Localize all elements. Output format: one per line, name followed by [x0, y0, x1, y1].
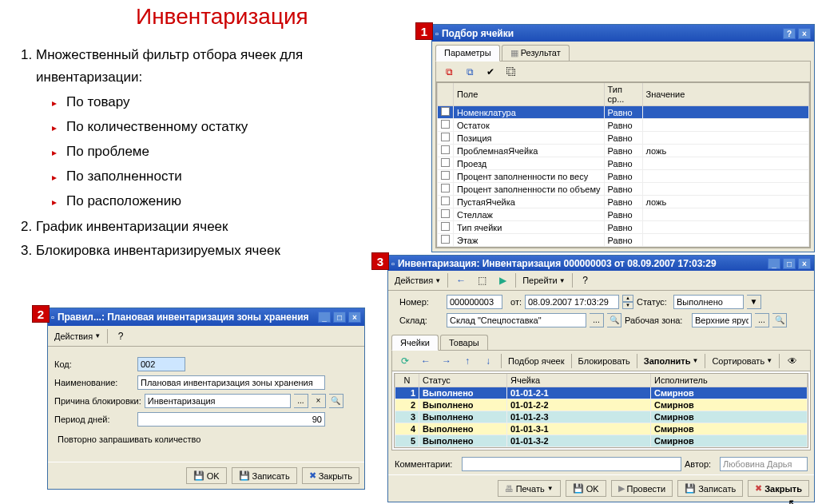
grid-row[interactable]: 4Выполнено01-01-3-1Смирнов: [395, 423, 808, 435]
sklad-search-btn[interactable]: 🔍: [607, 313, 621, 327]
ok-button[interactable]: 💾OK: [186, 467, 227, 484]
row-checkbox[interactable]: [441, 107, 450, 116]
row-checkbox[interactable]: [441, 196, 450, 205]
tb-fwd[interactable]: →: [437, 353, 456, 369]
col-value[interactable]: Значение: [642, 83, 808, 106]
tab-cells[interactable]: Ячейки: [391, 335, 439, 351]
clear-btn[interactable]: ×: [312, 394, 326, 408]
tb-refresh[interactable]: ⟳: [395, 353, 415, 369]
params-grid[interactable]: Поле Тип ср... Значение НоменклатураРавн…: [436, 82, 810, 248]
grid-row[interactable]: 3Выполнено01-01-2-3Смирнов: [395, 411, 808, 423]
tb-filter-on[interactable]: ⧉: [460, 64, 479, 80]
sklad-select-btn[interactable]: ...: [590, 313, 604, 327]
input-date[interactable]: [525, 295, 619, 309]
input-comments[interactable]: [462, 457, 681, 471]
date-spinner[interactable]: ▲▼: [622, 295, 633, 309]
max-btn[interactable]: □: [333, 312, 346, 323]
ok-button[interactable]: 💾OK: [566, 480, 606, 497]
close-button[interactable]: ✖Закрыть: [302, 467, 359, 484]
input-author[interactable]: [720, 457, 808, 471]
max-btn[interactable]: □: [783, 258, 796, 269]
help-btn[interactable]: ?: [783, 28, 796, 39]
grid-row[interactable]: НоменклатураРавно: [438, 106, 809, 119]
status-drop-btn[interactable]: ▼: [747, 295, 761, 309]
row-checkbox[interactable]: [441, 171, 450, 180]
grid-row[interactable]: ОстатокРавно: [438, 119, 809, 132]
grid-row[interactable]: ПозицияРавно: [438, 132, 809, 145]
close-btn[interactable]: ×: [348, 312, 361, 323]
actions-menu[interactable]: Действия ▼: [391, 274, 444, 287]
cells-grid[interactable]: N Статус Ячейка Исполнитель 1Выполнено01…: [394, 373, 808, 448]
row-checkbox[interactable]: [441, 222, 450, 231]
grid-row[interactable]: ЭтажРавно: [438, 234, 809, 247]
tb-check[interactable]: ✔: [481, 64, 500, 80]
tb-help[interactable]: ?: [111, 328, 130, 344]
tb-filter-off[interactable]: ⧉: [439, 64, 459, 80]
input-status[interactable]: [673, 295, 744, 309]
input-num[interactable]: [447, 295, 502, 309]
titlebar[interactable]: ▫ Подбор ячейки ? ×: [432, 25, 814, 42]
row-checkbox[interactable]: [441, 235, 450, 244]
tb-config[interactable]: ⬚: [472, 272, 491, 288]
grid-row[interactable]: 2Выполнено01-01-2-2Смирнов: [395, 399, 808, 411]
input-zone[interactable]: [692, 313, 752, 327]
col-status[interactable]: Статус: [419, 374, 507, 387]
tb-binoculars[interactable]: 👁: [783, 353, 802, 369]
row-checkbox[interactable]: [441, 158, 450, 167]
zone-search-btn[interactable]: 🔍: [772, 313, 787, 327]
grid-row[interactable]: СтеллажРавно: [438, 208, 809, 221]
col-field[interactable]: Поле: [454, 83, 605, 106]
row-checkbox[interactable]: [441, 184, 450, 192]
grid-row[interactable]: ПустаяЯчейкаРавноложь: [438, 196, 809, 208]
titlebar[interactable]: ▫ Правил...: Плановая инвентаризация зон…: [48, 308, 364, 326]
input-reason[interactable]: [145, 394, 291, 408]
select-btn[interactable]: ...: [294, 394, 308, 408]
row-checkbox[interactable]: [441, 133, 450, 141]
row-checkbox[interactable]: [441, 209, 450, 218]
grid-row[interactable]: Процент заполненности по весуРавно: [438, 170, 809, 183]
col-n[interactable]: N: [395, 374, 419, 387]
tb-run[interactable]: ▶: [493, 272, 512, 288]
row-checkbox[interactable]: [441, 145, 450, 154]
search-btn[interactable]: 🔍: [329, 394, 343, 408]
min-btn[interactable]: _: [768, 258, 780, 269]
grid-row[interactable]: ПроездРавно: [438, 157, 809, 170]
grid-row[interactable]: 1Выполнено01-01-2-1Смирнов: [395, 387, 808, 399]
tab-params[interactable]: Параметры: [435, 45, 500, 62]
titlebar[interactable]: ▫ Инвентаризация: Инвентаризация 0000000…: [388, 256, 814, 271]
tb-sort[interactable]: Сортировать ▼: [709, 355, 776, 367]
print-button[interactable]: 🖶Печать ▼: [498, 480, 561, 497]
tb-back[interactable]: ←: [451, 272, 471, 288]
goto-menu[interactable]: Перейти ▼: [519, 274, 569, 287]
tab-goods[interactable]: Товары: [440, 335, 488, 350]
tb-block[interactable]: Блокировать: [575, 355, 633, 367]
tb-help[interactable]: ?: [576, 272, 595, 288]
close-btn[interactable]: ×: [798, 258, 811, 269]
zone-select-btn[interactable]: ...: [755, 313, 769, 327]
tb-fill[interactable]: Заполнить ▼: [641, 355, 702, 367]
save-button[interactable]: 💾Записать: [232, 467, 297, 484]
run-button[interactable]: ▶Провести: [611, 480, 673, 497]
grid-row[interactable]: ПроблемнаяЯчейкаРавноложь: [438, 145, 809, 157]
close-button[interactable]: ✖Закрыть: [748, 480, 809, 497]
col-type[interactable]: Тип ср...: [604, 83, 642, 106]
col-cell[interactable]: Ячейка: [507, 374, 651, 387]
grid-row[interactable]: Тип ячейкиРавно: [438, 221, 809, 234]
tb-pick[interactable]: Подбор ячеек: [505, 355, 568, 367]
input-sklad[interactable]: [447, 313, 586, 327]
tb-back2[interactable]: ←: [416, 353, 435, 369]
tb-up[interactable]: ↑: [458, 353, 477, 369]
grid-row[interactable]: Процент заполненности по объемуРавно: [438, 183, 809, 196]
close-btn[interactable]: ×: [798, 28, 811, 39]
min-btn[interactable]: _: [318, 312, 331, 323]
col-exec[interactable]: Исполнитель: [651, 374, 808, 387]
grid-row[interactable]: 5Выполнено01-01-3-2Смирнов: [395, 435, 808, 447]
tb-down[interactable]: ↓: [478, 353, 498, 369]
input-period[interactable]: [137, 412, 325, 427]
input-name[interactable]: [137, 375, 325, 390]
tb-copy[interactable]: ⿻: [502, 64, 521, 80]
tab-result[interactable]: ▦ Результат: [502, 45, 570, 61]
input-code[interactable]: [137, 357, 185, 371]
row-checkbox[interactable]: [441, 120, 450, 129]
actions-menu[interactable]: Действия ▼: [51, 330, 104, 343]
